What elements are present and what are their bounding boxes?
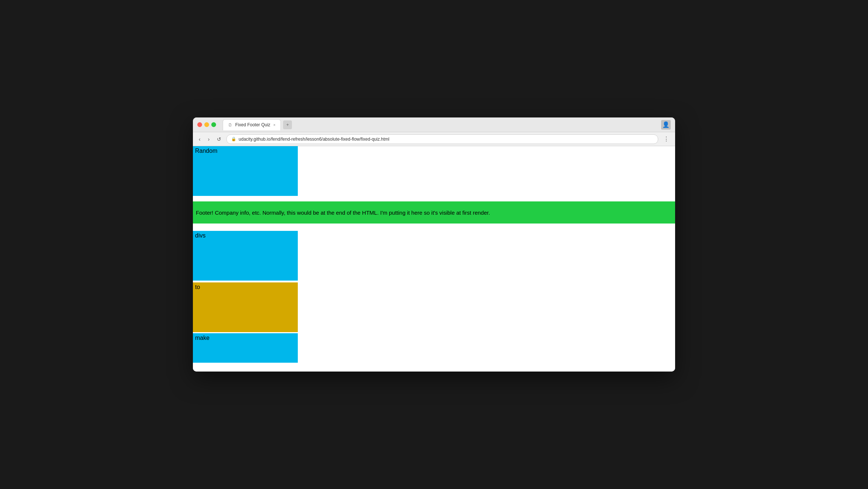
new-tab-button[interactable]: + [283,120,292,129]
lock-icon: 🔒 [231,137,236,141]
minimize-button[interactable] [204,122,209,127]
browser-menu-button[interactable]: ⋮ [661,134,671,144]
box-to-label: to [195,284,200,290]
box-divs-label: divs [195,232,205,239]
browser-tab[interactable]: 🗋 Fixed Footer Quiz × [223,119,281,130]
box-to: to [193,282,298,332]
tab-page-icon: 🗋 [228,123,232,127]
address-text: udacity.github.io/fend/fend-refresh/less… [239,137,389,142]
close-button[interactable] [197,122,202,127]
reload-button[interactable]: ↺ [215,135,223,144]
box-random: Random [193,146,298,196]
footer-text: Footer! Company info, etc. Normally, thi… [196,210,490,216]
profile-button[interactable]: 👤 [661,120,671,130]
profile-icon: 👤 [662,121,670,128]
box-make: make [193,333,298,363]
address-bar: ‹ › ↺ 🔒 udacity.github.io/fend/fend-refr… [193,132,675,146]
web-page: Random Footer! Company info, etc. Normal… [193,146,675,372]
box-make-label: make [195,335,209,341]
tab-title: Fixed Footer Quiz [235,122,270,127]
tab-close-button[interactable]: × [273,123,275,127]
traffic-lights [197,122,216,127]
footer-banner: Footer! Company info, etc. Normally, thi… [193,201,675,224]
title-bar: 🗋 Fixed Footer Quiz × + 👤 [193,117,675,132]
maximize-button[interactable] [211,122,216,127]
box-divs: divs [193,231,298,281]
box-random-label: Random [195,148,217,154]
back-button[interactable]: ‹ [197,135,203,144]
forward-button[interactable]: › [206,135,212,144]
new-tab-icon: + [286,122,289,127]
address-input[interactable]: 🔒 udacity.github.io/fend/fend-refresh/le… [226,134,658,144]
tab-bar: 🗋 Fixed Footer Quiz × + [223,119,658,130]
page-content: Random Footer! Company info, etc. Normal… [193,146,675,372]
browser-window: 🗋 Fixed Footer Quiz × + 👤 ‹ › ↺ 🔒 udacit… [193,117,675,372]
